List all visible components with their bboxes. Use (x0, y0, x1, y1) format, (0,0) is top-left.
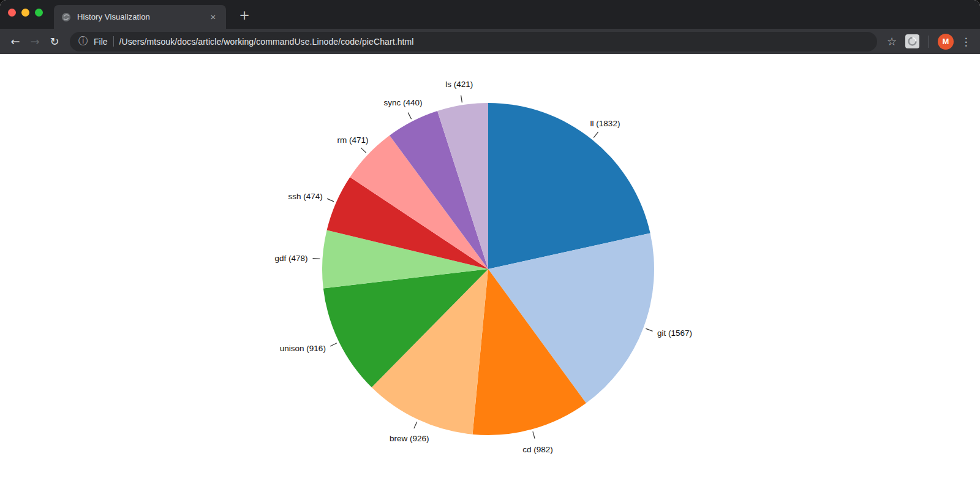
pie-label-tick-rm (361, 148, 366, 153)
tab-strip: History Visualization × + (0, 0, 980, 29)
pie-label-gdf: gdf (478) (274, 254, 307, 263)
back-button[interactable]: ← (6, 32, 24, 51)
pie-label-tick-sync (408, 113, 412, 120)
toolbar-separator (929, 36, 929, 48)
pie-label-tick-git (646, 328, 652, 331)
pie-label-tick-brew (414, 422, 417, 428)
page-info-icon[interactable]: ⓘ (78, 35, 88, 48)
pie-label-tick-unison (330, 343, 337, 346)
url-path-text: /Users/mtsouk/docs/article/working/comma… (119, 37, 414, 47)
url-bar[interactable]: ⓘ File /Users/mtsouk/docs/article/workin… (70, 32, 877, 51)
new-tab-button[interactable]: + (236, 7, 252, 23)
bookmark-star-icon[interactable]: ☆ (883, 35, 900, 48)
close-window-button[interactable] (8, 9, 16, 17)
tab-history-visualization[interactable]: History Visualization × (54, 5, 226, 29)
pie-chart: ll (1832)git (1567)cd (982)brew (926)uni… (0, 54, 980, 486)
reload-button[interactable]: ↻ (45, 32, 64, 51)
pie-label-ssh: ssh (474) (288, 192, 322, 201)
tab-close-icon[interactable]: × (208, 12, 219, 23)
browser-menu-icon[interactable]: ⋮ (958, 36, 974, 48)
forward-button[interactable]: → (26, 32, 44, 51)
maximize-window-button[interactable] (35, 9, 43, 17)
minimize-window-button[interactable] (21, 9, 29, 17)
pie-label-ls: ls (421) (445, 80, 473, 89)
toolbar: ← → ↻ ⓘ File /Users/mtsouk/docs/article/… (0, 29, 980, 54)
pie-label-git: git (1567) (657, 328, 692, 338)
pie-label-tick-cd (533, 431, 535, 439)
url-scheme-label: File (94, 37, 108, 47)
pie-label-rm: rm (471) (337, 135, 369, 145)
pie-label-tick-ssh (327, 199, 334, 202)
window-controls (8, 9, 43, 17)
pie-label-cd: cd (982) (522, 445, 553, 454)
pie-label-sync: sync (440) (383, 98, 422, 107)
url-divider (113, 36, 114, 47)
extension-logo-icon (907, 36, 918, 47)
pie-label-tick-ll (594, 132, 598, 137)
browser-window: History Visualization × + ← → ↻ ⓘ File /… (0, 0, 980, 486)
profile-avatar[interactable]: M (938, 34, 954, 50)
extension-icon[interactable] (905, 34, 919, 48)
page-content: ll (1832)git (1567)cd (982)brew (926)uni… (0, 54, 980, 486)
pie-label-brew: brew (926) (390, 434, 429, 443)
pie-label-unison: unison (916) (280, 344, 326, 353)
pie-label-tick-ls (461, 96, 462, 103)
pie-label-ll: ll (1832) (590, 119, 620, 128)
favicon-icon (61, 12, 71, 22)
pie-label-tick-gdf (313, 259, 320, 259)
tab-title: History Visualization (77, 12, 202, 21)
